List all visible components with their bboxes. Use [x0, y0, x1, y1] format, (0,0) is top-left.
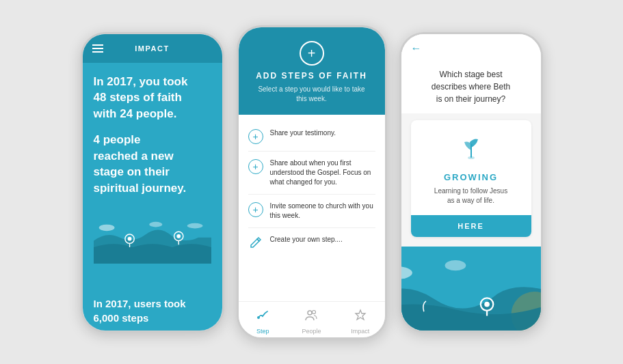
plus-icon-1: + — [248, 129, 263, 144]
pencil-icon — [248, 235, 263, 250]
people-nav-icon — [304, 307, 319, 326]
center-hero-subtitle: Select a step you would like to take thi… — [258, 85, 364, 104]
right-stage-card[interactable]: GROWING Learning to follow Jesus as a wa… — [411, 120, 531, 237]
nav-label-step: Step — [256, 328, 269, 335]
left-screen: IMPACT In 2017, you took 48 steps of fai… — [83, 34, 222, 331]
center-steps-list: + Share your testimony. + Share about wh… — [239, 115, 385, 301]
svg-point-1 — [127, 237, 131, 241]
left-header: IMPACT — [83, 34, 222, 63]
main-stat: In 2017, you took 48 steps of faith with… — [94, 74, 211, 122]
svg-point-7 — [149, 222, 162, 227]
step-text-4: Create your own step.... — [270, 235, 343, 244]
right-question: Which stage best describes where Beth is… — [401, 60, 541, 113]
growing-title: GROWING — [444, 172, 498, 182]
svg-point-18 — [445, 260, 466, 270]
step-item-3[interactable]: + Invite someone to church with you this… — [248, 195, 375, 228]
nav-item-impact[interactable]: Impact — [336, 307, 384, 335]
svg-point-9 — [257, 316, 260, 319]
step-item-4[interactable]: Create your own step.... — [248, 228, 375, 257]
plant-icon — [456, 131, 486, 167]
step-item-2[interactable]: + Share about when you first understood … — [248, 152, 375, 195]
left-header-title: IMPACT — [135, 44, 169, 53]
step-text-2: Share about when you first understood th… — [270, 158, 375, 187]
phones-container: IMPACT In 2017, you took 48 steps of fai… — [67, 12, 557, 353]
nav-item-step[interactable]: Step — [239, 307, 287, 335]
svg-marker-12 — [356, 310, 365, 320]
center-hero: + ADD STEPS OF FAITH Select a step you w… — [239, 27, 385, 115]
svg-point-10 — [308, 311, 312, 315]
right-header: ← — [401, 34, 541, 60]
landscape-area — [94, 204, 211, 265]
add-step-icon: + — [300, 41, 324, 66]
right-screen: ← Which stage best describes where Beth … — [401, 34, 541, 331]
center-screen: + ADD STEPS OF FAITH Select a step you w… — [239, 27, 385, 337]
step-text-1: Share your testimony. — [270, 128, 336, 138]
svg-point-11 — [313, 310, 316, 313]
center-hero-title: ADD STEPS OF FAITH — [256, 71, 367, 81]
step-item-1[interactable]: + Share your testimony. — [248, 122, 375, 152]
right-landscape — [401, 247, 541, 331]
secondary-stat: 4 people reached a new stage on their sp… — [94, 132, 211, 197]
landscape-svg — [94, 204, 211, 265]
impact-nav-icon — [353, 307, 368, 326]
bottom-nav: Step People — [239, 301, 385, 337]
svg-point-20 — [484, 301, 490, 307]
menu-icon[interactable] — [92, 44, 103, 53]
svg-point-6 — [98, 225, 114, 232]
nav-item-people[interactable]: People — [287, 307, 336, 335]
growing-desc: Learning to follow Jesus as a way of lif… — [434, 186, 507, 206]
center-phone: + ADD STEPS OF FAITH Select a step you w… — [237, 25, 387, 339]
nav-label-people: People — [302, 328, 321, 335]
left-content: In 2017, you took 48 steps of faith with… — [83, 63, 222, 291]
svg-point-4 — [176, 234, 181, 238]
here-button[interactable]: HERE — [411, 215, 531, 237]
back-arrow[interactable]: ← — [411, 42, 422, 54]
left-phone: IMPACT In 2017, you took 48 steps of fai… — [81, 32, 224, 333]
step-nav-icon — [255, 307, 270, 326]
svg-point-8 — [187, 223, 202, 229]
nav-label-impact: Impact — [351, 328, 369, 335]
plus-icon-3: + — [248, 202, 263, 217]
plus-icon-2: + — [248, 159, 263, 174]
step-text-3: Invite someone to church with you this w… — [270, 201, 375, 221]
svg-point-14 — [468, 156, 475, 159]
right-landscape-svg — [401, 247, 541, 331]
left-bottom-stat: In 2017, users took 6,000 steps — [83, 291, 222, 331]
right-phone: ← Which stage best describes where Beth … — [399, 32, 543, 333]
